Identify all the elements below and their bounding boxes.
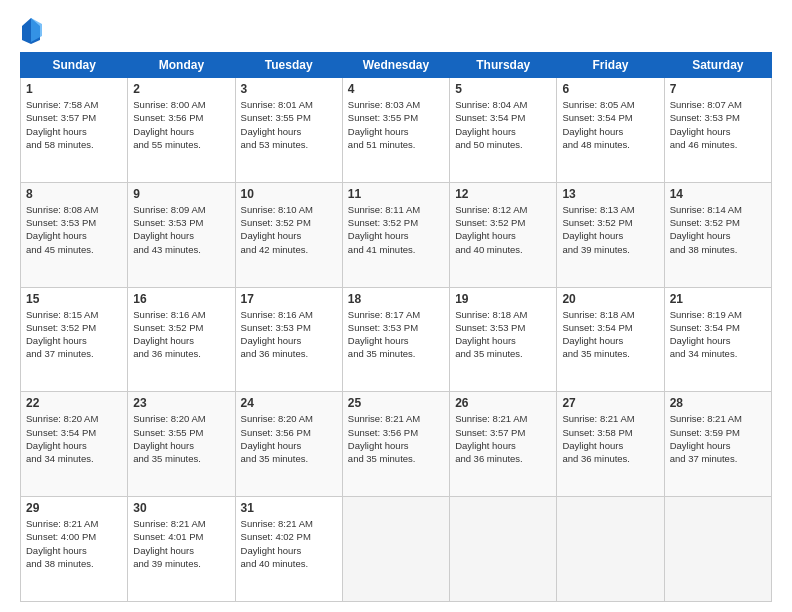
day-cell-13: 13Sunrise: 8:13 AMSunset: 3:52 PMDayligh… [557,182,664,287]
day-number: 31 [241,501,337,515]
day-number: 10 [241,187,337,201]
week-row-4: 22Sunrise: 8:20 AMSunset: 3:54 PMDayligh… [21,392,772,497]
col-saturday: Saturday [664,53,771,78]
day-cell-17: 17Sunrise: 8:16 AMSunset: 3:53 PMDayligh… [235,287,342,392]
day-cell-26: 26Sunrise: 8:21 AMSunset: 3:57 PMDayligh… [450,392,557,497]
day-cell-19: 19Sunrise: 8:18 AMSunset: 3:53 PMDayligh… [450,287,557,392]
day-number: 7 [670,82,766,96]
day-number: 20 [562,292,658,306]
day-info: Sunrise: 8:12 AMSunset: 3:52 PMDaylight … [455,203,551,256]
day-info: Sunrise: 8:15 AMSunset: 3:52 PMDaylight … [26,308,122,361]
day-number: 16 [133,292,229,306]
day-number: 3 [241,82,337,96]
day-info: Sunrise: 8:07 AMSunset: 3:53 PMDaylight … [670,98,766,151]
day-number: 12 [455,187,551,201]
day-number: 27 [562,396,658,410]
day-cell-8: 8Sunrise: 8:08 AMSunset: 3:53 PMDaylight… [21,182,128,287]
day-info: Sunrise: 8:21 AMSunset: 3:57 PMDaylight … [455,412,551,465]
day-cell-9: 9Sunrise: 8:09 AMSunset: 3:53 PMDaylight… [128,182,235,287]
day-number: 23 [133,396,229,410]
day-info: Sunrise: 8:21 AMSunset: 3:59 PMDaylight … [670,412,766,465]
day-number: 30 [133,501,229,515]
day-cell-21: 21Sunrise: 8:19 AMSunset: 3:54 PMDayligh… [664,287,771,392]
empty-cell [664,497,771,602]
day-info: Sunrise: 8:18 AMSunset: 3:53 PMDaylight … [455,308,551,361]
day-info: Sunrise: 8:03 AMSunset: 3:55 PMDaylight … [348,98,444,151]
day-info: Sunrise: 8:16 AMSunset: 3:53 PMDaylight … [241,308,337,361]
day-cell-16: 16Sunrise: 8:16 AMSunset: 3:52 PMDayligh… [128,287,235,392]
day-number: 5 [455,82,551,96]
week-row-5: 29Sunrise: 8:21 AMSunset: 4:00 PMDayligh… [21,497,772,602]
day-info: Sunrise: 8:14 AMSunset: 3:52 PMDaylight … [670,203,766,256]
col-monday: Monday [128,53,235,78]
empty-cell [342,497,449,602]
day-cell-10: 10Sunrise: 8:10 AMSunset: 3:52 PMDayligh… [235,182,342,287]
header [20,16,772,44]
empty-cell [450,497,557,602]
day-info: Sunrise: 8:20 AMSunset: 3:56 PMDaylight … [241,412,337,465]
day-cell-6: 6Sunrise: 8:05 AMSunset: 3:54 PMDaylight… [557,78,664,183]
day-cell-2: 2Sunrise: 8:00 AMSunset: 3:56 PMDaylight… [128,78,235,183]
day-cell-20: 20Sunrise: 8:18 AMSunset: 3:54 PMDayligh… [557,287,664,392]
day-number: 22 [26,396,122,410]
day-number: 25 [348,396,444,410]
day-cell-27: 27Sunrise: 8:21 AMSunset: 3:58 PMDayligh… [557,392,664,497]
day-cell-1: 1Sunrise: 7:58 AMSunset: 3:57 PMDaylight… [21,78,128,183]
empty-cell [557,497,664,602]
col-sunday: Sunday [21,53,128,78]
day-number: 11 [348,187,444,201]
day-cell-25: 25Sunrise: 8:21 AMSunset: 3:56 PMDayligh… [342,392,449,497]
day-info: Sunrise: 8:19 AMSunset: 3:54 PMDaylight … [670,308,766,361]
day-cell-3: 3Sunrise: 8:01 AMSunset: 3:55 PMDaylight… [235,78,342,183]
day-number: 6 [562,82,658,96]
week-row-3: 15Sunrise: 8:15 AMSunset: 3:52 PMDayligh… [21,287,772,392]
logo-icon [20,16,42,44]
day-info: Sunrise: 8:05 AMSunset: 3:54 PMDaylight … [562,98,658,151]
day-number: 18 [348,292,444,306]
day-number: 24 [241,396,337,410]
day-info: Sunrise: 8:10 AMSunset: 3:52 PMDaylight … [241,203,337,256]
day-cell-7: 7Sunrise: 8:07 AMSunset: 3:53 PMDaylight… [664,78,771,183]
day-cell-5: 5Sunrise: 8:04 AMSunset: 3:54 PMDaylight… [450,78,557,183]
day-info: Sunrise: 8:04 AMSunset: 3:54 PMDaylight … [455,98,551,151]
day-number: 15 [26,292,122,306]
day-number: 21 [670,292,766,306]
day-info: Sunrise: 8:20 AMSunset: 3:55 PMDaylight … [133,412,229,465]
page: Sunday Monday Tuesday Wednesday Thursday… [0,0,792,612]
day-number: 14 [670,187,766,201]
day-cell-31: 31Sunrise: 8:21 AMSunset: 4:02 PMDayligh… [235,497,342,602]
day-info: Sunrise: 8:16 AMSunset: 3:52 PMDaylight … [133,308,229,361]
week-row-1: 1Sunrise: 7:58 AMSunset: 3:57 PMDaylight… [21,78,772,183]
day-number: 8 [26,187,122,201]
day-cell-23: 23Sunrise: 8:20 AMSunset: 3:55 PMDayligh… [128,392,235,497]
svg-marker-1 [31,18,42,42]
day-info: Sunrise: 8:21 AMSunset: 4:00 PMDaylight … [26,517,122,570]
day-info: Sunrise: 8:13 AMSunset: 3:52 PMDaylight … [562,203,658,256]
logo-area [20,16,44,44]
day-info: Sunrise: 8:21 AMSunset: 3:58 PMDaylight … [562,412,658,465]
day-number: 2 [133,82,229,96]
day-number: 28 [670,396,766,410]
day-number: 13 [562,187,658,201]
day-info: Sunrise: 8:21 AMSunset: 4:01 PMDaylight … [133,517,229,570]
day-info: Sunrise: 8:17 AMSunset: 3:53 PMDaylight … [348,308,444,361]
col-tuesday: Tuesday [235,53,342,78]
day-cell-12: 12Sunrise: 8:12 AMSunset: 3:52 PMDayligh… [450,182,557,287]
day-cell-14: 14Sunrise: 8:14 AMSunset: 3:52 PMDayligh… [664,182,771,287]
day-cell-28: 28Sunrise: 8:21 AMSunset: 3:59 PMDayligh… [664,392,771,497]
day-cell-4: 4Sunrise: 8:03 AMSunset: 3:55 PMDaylight… [342,78,449,183]
day-info: Sunrise: 8:20 AMSunset: 3:54 PMDaylight … [26,412,122,465]
week-row-2: 8Sunrise: 8:08 AMSunset: 3:53 PMDaylight… [21,182,772,287]
day-cell-22: 22Sunrise: 8:20 AMSunset: 3:54 PMDayligh… [21,392,128,497]
day-number: 26 [455,396,551,410]
day-cell-29: 29Sunrise: 8:21 AMSunset: 4:00 PMDayligh… [21,497,128,602]
day-info: Sunrise: 8:11 AMSunset: 3:52 PMDaylight … [348,203,444,256]
day-number: 19 [455,292,551,306]
day-info: Sunrise: 8:09 AMSunset: 3:53 PMDaylight … [133,203,229,256]
day-info: Sunrise: 8:01 AMSunset: 3:55 PMDaylight … [241,98,337,151]
day-cell-30: 30Sunrise: 8:21 AMSunset: 4:01 PMDayligh… [128,497,235,602]
day-number: 9 [133,187,229,201]
col-thursday: Thursday [450,53,557,78]
col-wednesday: Wednesday [342,53,449,78]
day-cell-15: 15Sunrise: 8:15 AMSunset: 3:52 PMDayligh… [21,287,128,392]
